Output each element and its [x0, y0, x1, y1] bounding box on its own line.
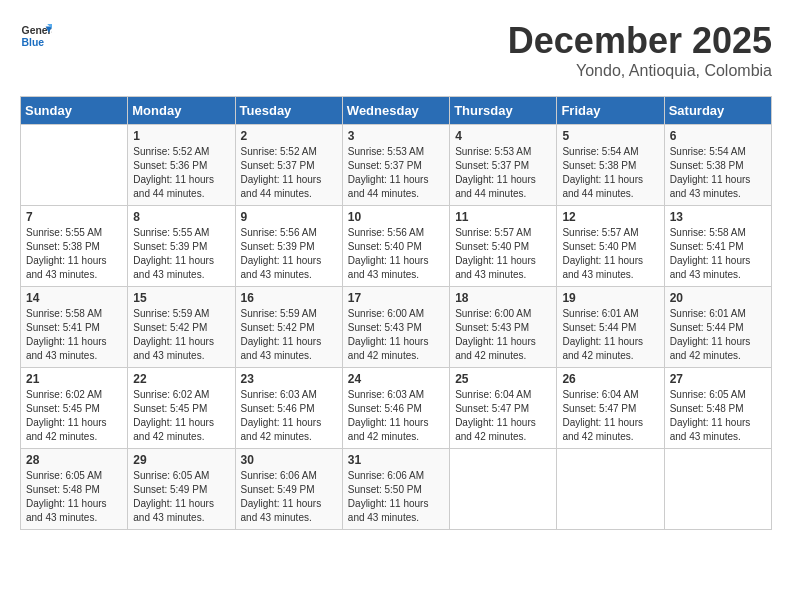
calendar-cell: 4Sunrise: 5:53 AM Sunset: 5:37 PM Daylig… [450, 125, 557, 206]
calendar-week-4: 21Sunrise: 6:02 AM Sunset: 5:45 PM Dayli… [21, 368, 772, 449]
calendar-cell: 26Sunrise: 6:04 AM Sunset: 5:47 PM Dayli… [557, 368, 664, 449]
calendar-cell: 30Sunrise: 6:06 AM Sunset: 5:49 PM Dayli… [235, 449, 342, 530]
day-number: 25 [455, 372, 551, 386]
day-number: 2 [241, 129, 337, 143]
day-number: 6 [670, 129, 766, 143]
header-tuesday: Tuesday [235, 97, 342, 125]
cell-content: Sunrise: 6:04 AM Sunset: 5:47 PM Dayligh… [455, 388, 551, 444]
day-number: 31 [348, 453, 444, 467]
day-number: 30 [241, 453, 337, 467]
calendar-week-1: 1Sunrise: 5:52 AM Sunset: 5:36 PM Daylig… [21, 125, 772, 206]
calendar-week-3: 14Sunrise: 5:58 AM Sunset: 5:41 PM Dayli… [21, 287, 772, 368]
day-number: 11 [455, 210, 551, 224]
cell-content: Sunrise: 5:56 AM Sunset: 5:40 PM Dayligh… [348, 226, 444, 282]
day-number: 29 [133, 453, 229, 467]
calendar-cell [450, 449, 557, 530]
day-number: 10 [348, 210, 444, 224]
calendar-cell: 8Sunrise: 5:55 AM Sunset: 5:39 PM Daylig… [128, 206, 235, 287]
cell-content: Sunrise: 6:00 AM Sunset: 5:43 PM Dayligh… [455, 307, 551, 363]
day-number: 18 [455, 291, 551, 305]
calendar-cell: 2Sunrise: 5:52 AM Sunset: 5:37 PM Daylig… [235, 125, 342, 206]
header-saturday: Saturday [664, 97, 771, 125]
cell-content: Sunrise: 6:02 AM Sunset: 5:45 PM Dayligh… [26, 388, 122, 444]
calendar-cell [557, 449, 664, 530]
cell-content: Sunrise: 6:03 AM Sunset: 5:46 PM Dayligh… [241, 388, 337, 444]
calendar-cell: 31Sunrise: 6:06 AM Sunset: 5:50 PM Dayli… [342, 449, 449, 530]
cell-content: Sunrise: 5:52 AM Sunset: 5:36 PM Dayligh… [133, 145, 229, 201]
cell-content: Sunrise: 6:00 AM Sunset: 5:43 PM Dayligh… [348, 307, 444, 363]
cell-content: Sunrise: 6:05 AM Sunset: 5:49 PM Dayligh… [133, 469, 229, 525]
cell-content: Sunrise: 5:59 AM Sunset: 5:42 PM Dayligh… [133, 307, 229, 363]
calendar-week-5: 28Sunrise: 6:05 AM Sunset: 5:48 PM Dayli… [21, 449, 772, 530]
day-number: 17 [348, 291, 444, 305]
page-header: General Blue December 2025 Yondo, Antioq… [20, 20, 772, 80]
day-number: 14 [26, 291, 122, 305]
cell-content: Sunrise: 5:52 AM Sunset: 5:37 PM Dayligh… [241, 145, 337, 201]
day-number: 28 [26, 453, 122, 467]
calendar-table: SundayMondayTuesdayWednesdayThursdayFrid… [20, 96, 772, 530]
day-number: 12 [562, 210, 658, 224]
cell-content: Sunrise: 5:56 AM Sunset: 5:39 PM Dayligh… [241, 226, 337, 282]
logo-icon: General Blue [20, 20, 52, 52]
calendar-cell: 5Sunrise: 5:54 AM Sunset: 5:38 PM Daylig… [557, 125, 664, 206]
calendar-cell: 7Sunrise: 5:55 AM Sunset: 5:38 PM Daylig… [21, 206, 128, 287]
calendar-cell: 13Sunrise: 5:58 AM Sunset: 5:41 PM Dayli… [664, 206, 771, 287]
day-number: 16 [241, 291, 337, 305]
calendar-week-2: 7Sunrise: 5:55 AM Sunset: 5:38 PM Daylig… [21, 206, 772, 287]
calendar-cell: 20Sunrise: 6:01 AM Sunset: 5:44 PM Dayli… [664, 287, 771, 368]
calendar-cell: 19Sunrise: 6:01 AM Sunset: 5:44 PM Dayli… [557, 287, 664, 368]
calendar-cell: 11Sunrise: 5:57 AM Sunset: 5:40 PM Dayli… [450, 206, 557, 287]
day-number: 20 [670, 291, 766, 305]
header-sunday: Sunday [21, 97, 128, 125]
calendar-cell: 18Sunrise: 6:00 AM Sunset: 5:43 PM Dayli… [450, 287, 557, 368]
cell-content: Sunrise: 5:58 AM Sunset: 5:41 PM Dayligh… [670, 226, 766, 282]
header-friday: Friday [557, 97, 664, 125]
calendar-cell: 1Sunrise: 5:52 AM Sunset: 5:36 PM Daylig… [128, 125, 235, 206]
cell-content: Sunrise: 6:05 AM Sunset: 5:48 PM Dayligh… [670, 388, 766, 444]
header-wednesday: Wednesday [342, 97, 449, 125]
day-number: 7 [26, 210, 122, 224]
cell-content: Sunrise: 5:59 AM Sunset: 5:42 PM Dayligh… [241, 307, 337, 363]
day-number: 24 [348, 372, 444, 386]
cell-content: Sunrise: 5:53 AM Sunset: 5:37 PM Dayligh… [348, 145, 444, 201]
day-number: 26 [562, 372, 658, 386]
cell-content: Sunrise: 5:57 AM Sunset: 5:40 PM Dayligh… [455, 226, 551, 282]
calendar-cell: 12Sunrise: 5:57 AM Sunset: 5:40 PM Dayli… [557, 206, 664, 287]
title-block: December 2025 Yondo, Antioquia, Colombia [508, 20, 772, 80]
cell-content: Sunrise: 6:06 AM Sunset: 5:50 PM Dayligh… [348, 469, 444, 525]
day-number: 15 [133, 291, 229, 305]
calendar-cell: 27Sunrise: 6:05 AM Sunset: 5:48 PM Dayli… [664, 368, 771, 449]
header-monday: Monday [128, 97, 235, 125]
calendar-cell: 25Sunrise: 6:04 AM Sunset: 5:47 PM Dayli… [450, 368, 557, 449]
logo: General Blue [20, 20, 52, 52]
day-number: 21 [26, 372, 122, 386]
cell-content: Sunrise: 5:55 AM Sunset: 5:38 PM Dayligh… [26, 226, 122, 282]
calendar-cell: 28Sunrise: 6:05 AM Sunset: 5:48 PM Dayli… [21, 449, 128, 530]
calendar-cell: 14Sunrise: 5:58 AM Sunset: 5:41 PM Dayli… [21, 287, 128, 368]
cell-content: Sunrise: 6:06 AM Sunset: 5:49 PM Dayligh… [241, 469, 337, 525]
day-number: 8 [133, 210, 229, 224]
day-number: 23 [241, 372, 337, 386]
calendar-cell: 21Sunrise: 6:02 AM Sunset: 5:45 PM Dayli… [21, 368, 128, 449]
month-title: December 2025 [508, 20, 772, 62]
calendar-cell: 10Sunrise: 5:56 AM Sunset: 5:40 PM Dayli… [342, 206, 449, 287]
day-number: 3 [348, 129, 444, 143]
cell-content: Sunrise: 5:58 AM Sunset: 5:41 PM Dayligh… [26, 307, 122, 363]
calendar-cell: 6Sunrise: 5:54 AM Sunset: 5:38 PM Daylig… [664, 125, 771, 206]
cell-content: Sunrise: 6:01 AM Sunset: 5:44 PM Dayligh… [670, 307, 766, 363]
day-number: 5 [562, 129, 658, 143]
header-thursday: Thursday [450, 97, 557, 125]
cell-content: Sunrise: 6:04 AM Sunset: 5:47 PM Dayligh… [562, 388, 658, 444]
calendar-cell: 15Sunrise: 5:59 AM Sunset: 5:42 PM Dayli… [128, 287, 235, 368]
calendar-cell: 29Sunrise: 6:05 AM Sunset: 5:49 PM Dayli… [128, 449, 235, 530]
day-number: 9 [241, 210, 337, 224]
day-number: 4 [455, 129, 551, 143]
svg-text:Blue: Blue [22, 37, 45, 48]
day-number: 22 [133, 372, 229, 386]
cell-content: Sunrise: 5:54 AM Sunset: 5:38 PM Dayligh… [670, 145, 766, 201]
cell-content: Sunrise: 5:57 AM Sunset: 5:40 PM Dayligh… [562, 226, 658, 282]
day-number: 1 [133, 129, 229, 143]
calendar-cell: 22Sunrise: 6:02 AM Sunset: 5:45 PM Dayli… [128, 368, 235, 449]
cell-content: Sunrise: 5:53 AM Sunset: 5:37 PM Dayligh… [455, 145, 551, 201]
day-number: 13 [670, 210, 766, 224]
